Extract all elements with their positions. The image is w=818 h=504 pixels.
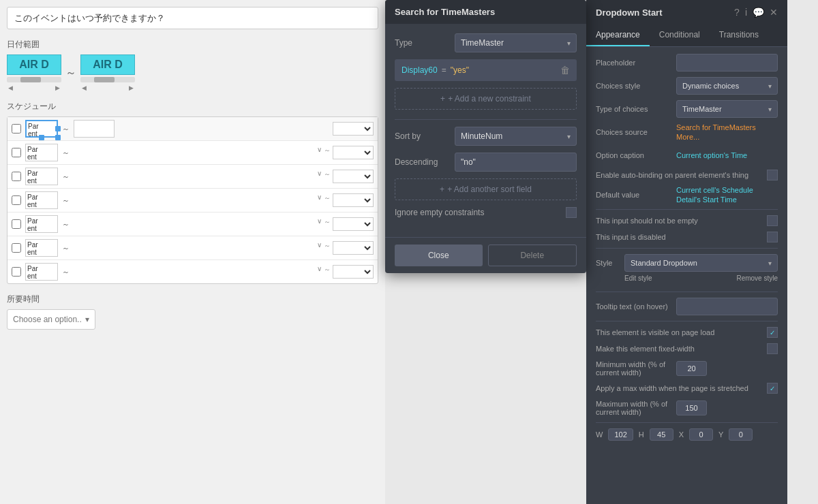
fixed-width-checkbox[interactable] [767, 343, 778, 354]
w-value[interactable]: 102 [608, 428, 633, 441]
tooltip-input[interactable] [676, 298, 778, 315]
parent-box-4[interactable]: Parent [25, 191, 58, 209]
close-button[interactable]: Close [395, 245, 483, 266]
arrow-up-4[interactable]: ∨ [317, 193, 322, 207]
close-icon[interactable]: ✕ [770, 7, 778, 18]
disabled-checkbox[interactable] [767, 232, 778, 242]
question-input[interactable]: このイベントはいつ予約できますか？ [7, 7, 378, 29]
table-row[interactable]: Parent ～ ∨ ～ [7, 165, 378, 189]
arrow-up-5[interactable]: ∨ [317, 217, 322, 231]
default-value-line2[interactable]: Detail's Start Time [676, 195, 778, 204]
descending-control[interactable]: "no" [455, 153, 577, 172]
row-dropdown-7[interactable] [333, 265, 374, 279]
constraint-delete-icon[interactable]: 🗑 [560, 65, 570, 76]
comment-icon[interactable]: 💬 [753, 7, 764, 18]
arrow-down-7[interactable]: ～ [324, 265, 331, 279]
table-row[interactable]: Parent ～ ∨ ～ [7, 260, 378, 283]
option-caption-value[interactable]: Current option's Time [676, 151, 747, 159]
row-checkbox-3[interactable] [12, 172, 21, 181]
table-row[interactable]: Parent ～ ∨ ～ [7, 236, 378, 260]
table-row[interactable]: Parent ～ ∨ ～ [7, 212, 378, 236]
choices-style-control[interactable]: Dynamic choices ▾ [676, 77, 778, 95]
row-dropdown-2[interactable] [333, 146, 374, 159]
row-dropdown-6[interactable] [333, 241, 374, 255]
row-checkbox-4[interactable] [12, 195, 21, 205]
constraint-value: "yes" [451, 65, 469, 75]
arrow-down-4[interactable]: ～ [324, 193, 331, 207]
row-dropdown-1[interactable] [333, 122, 374, 136]
arrow-up-6[interactable]: ∨ [317, 241, 322, 255]
duration-dropdown[interactable]: Choose an option.. ▾ [7, 309, 95, 330]
parent-box-6[interactable]: Parent [25, 239, 58, 257]
parent-box-3[interactable]: Parent [25, 168, 58, 185]
row-dropdown-5[interactable] [333, 217, 374, 231]
constraint-row[interactable]: Display60 = "yes" 🗑 [395, 59, 577, 81]
max-width-input[interactable]: 150 [676, 400, 707, 415]
row-dropdown-4[interactable] [333, 193, 374, 207]
type-control[interactable]: TimeMaster ▾ [455, 33, 577, 52]
max-width-checkbox[interactable] [767, 383, 778, 394]
add-constraint-button[interactable]: + + Add a new constraint [395, 88, 577, 110]
scroll-left-end[interactable]: ◀ [82, 84, 87, 91]
ignore-toggle[interactable] [566, 207, 577, 218]
table-row[interactable]: Parent ～ ∨ ～ [7, 189, 378, 212]
y-value[interactable]: 0 [729, 428, 753, 441]
end-cell-1[interactable] [74, 120, 115, 138]
parent-box-2[interactable]: Parent [25, 144, 58, 161]
tab-transitions[interactable]: Transitions [710, 25, 768, 46]
row-checkbox-1[interactable] [12, 124, 21, 133]
resize-handle-bottom[interactable] [39, 135, 44, 140]
x-label: X [679, 430, 684, 439]
arrow-down-2[interactable]: ～ [324, 146, 331, 159]
row-checkbox-5[interactable] [12, 219, 21, 229]
h-value[interactable]: 45 [650, 428, 673, 441]
not-empty-checkbox[interactable] [767, 215, 778, 226]
arrow-up-7[interactable]: ∨ [317, 265, 322, 279]
table-row[interactable]: Parent ～ [7, 117, 378, 141]
scroll-right-end[interactable]: ▶ [129, 84, 134, 91]
scroll-left-start[interactable]: ◀ [8, 84, 13, 91]
row-dropdown-3[interactable] [333, 170, 374, 183]
date-box-start[interactable]: AIR D [7, 54, 61, 75]
arrow-up-2[interactable]: ∨ [317, 146, 322, 159]
parent-box-5[interactable]: Parent [25, 215, 58, 233]
arrow-down-6[interactable]: ～ [324, 241, 331, 255]
edit-style-link[interactable]: Edit style [624, 274, 652, 282]
visible-checkbox[interactable] [767, 327, 778, 338]
auto-binding-row: Enable auto-binding on parent element's … [596, 170, 778, 180]
remove-style-link[interactable]: Remove style [736, 274, 778, 282]
sort-control[interactable]: MinuteNum ▾ [455, 127, 577, 146]
tooltip-row: Tooltip text (on hover) [596, 298, 778, 315]
row-checkbox-6[interactable] [12, 243, 21, 253]
info-icon[interactable]: i [745, 7, 747, 18]
placeholder-input[interactable] [676, 54, 778, 72]
delete-button[interactable]: Delete [488, 245, 577, 266]
type-choices-control[interactable]: TimeMaster ▾ [676, 100, 778, 118]
choices-style-chevron-icon: ▾ [768, 82, 772, 90]
resize-handle-right[interactable] [55, 126, 61, 131]
row-checkbox-7[interactable] [12, 267, 21, 277]
style-control[interactable]: Standard Dropdown ▾ [624, 254, 778, 272]
date-box-end[interactable]: AIR D [80, 54, 135, 75]
add-sort-button[interactable]: + + Add another sort field [395, 178, 577, 200]
scroll-right-start[interactable]: ▶ [55, 84, 60, 91]
scroll-thumb-end [94, 77, 115, 82]
modal-title: Search for TimeMasters [395, 7, 495, 17]
arrow-down-5[interactable]: ～ [324, 217, 331, 231]
table-row[interactable]: Parent ～ ∨ ～ [7, 141, 378, 165]
help-icon[interactable]: ? [734, 7, 740, 18]
default-value-line1[interactable]: Current cell's Schedule [676, 186, 778, 194]
parent-box-7[interactable]: Parent [25, 263, 58, 281]
auto-binding-checkbox[interactable] [767, 170, 778, 180]
fixed-width-row: Make this element fixed-width [596, 343, 778, 354]
arrow-down-3[interactable]: ～ [324, 170, 331, 183]
resize-handle-corner[interactable] [55, 135, 61, 140]
min-width-input[interactable]: 20 [676, 361, 707, 376]
x-value[interactable]: 0 [689, 428, 713, 441]
tab-conditional[interactable]: Conditional [650, 25, 710, 46]
choices-source-more[interactable]: More... [676, 133, 778, 141]
arrow-up-3[interactable]: ∨ [317, 170, 322, 183]
choices-source-value[interactable]: Search for TimeMasters [676, 123, 778, 131]
row-checkbox-2[interactable] [12, 148, 21, 157]
tab-appearance[interactable]: Appearance [586, 25, 650, 46]
